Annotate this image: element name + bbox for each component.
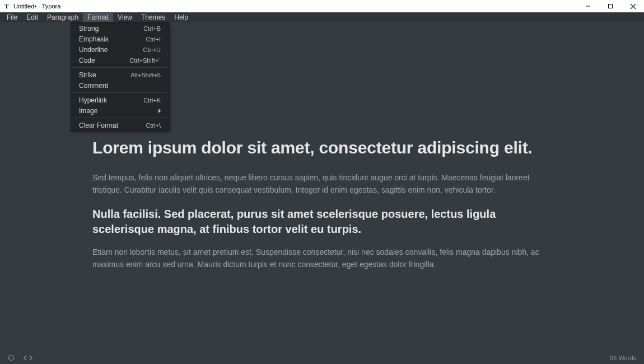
dropdown-item-code[interactable]: Code Ctrl+Shift+` [71,55,169,66]
titlebar: T Untitled• - Typora [0,0,644,12]
svg-point-4 [9,356,14,361]
dropdown-shortcut: Ctrl+I [146,36,161,43]
source-code-mode-icon[interactable] [24,354,32,361]
menu-format[interactable]: Format [83,13,113,22]
menu-view[interactable]: View [113,13,137,22]
statusbar-left [8,354,32,361]
dropdown-separator [72,67,167,68]
app-icon: T [3,3,10,10]
dropdown-item-image[interactable]: Image [71,105,169,116]
dropdown-shortcut: Ctrl+B [143,25,161,32]
dropdown-label: Clear Format [79,122,118,129]
dropdown-item-clear-format[interactable]: Clear Format Ctrl+\ [71,120,169,130]
dropdown-label: Code [79,57,95,64]
svg-rect-1 [609,4,613,8]
dropdown-item-emphasis[interactable]: Emphasis Ctrl+I [71,34,169,44]
menu-edit[interactable]: Edit [22,13,43,22]
dropdown-item-comment[interactable]: Comment [71,80,169,91]
dropdown-shortcut: Ctrl+Shift+` [129,57,161,64]
dropdown-label: Strike [79,71,96,79]
dropdown-label: Underline [79,46,108,54]
dropdown-label: Image [79,107,97,115]
menubar: File Edit Paragraph Format View Themes H… [0,12,644,22]
heading-2[interactable]: Nulla facilisi. Sed placerat, purus sit … [92,207,552,237]
chevron-right-icon [158,109,161,113]
statusbar: 96 Words [0,352,644,364]
dropdown-shortcut: Ctrl+U [143,46,161,53]
dropdown-item-underline[interactable]: Underline Ctrl+U [71,44,169,55]
dropdown-item-strong[interactable]: Strong Ctrl+B [71,23,169,34]
dropdown-item-strike[interactable]: Strike Alt+Shift+5 [71,69,169,80]
paragraph[interactable]: Sed tempus, felis non aliquet ultrices, … [92,171,552,197]
window-controls [577,0,644,12]
menu-paragraph[interactable]: Paragraph [43,13,83,22]
outline-toggle-icon[interactable] [8,354,15,361]
maximize-button[interactable] [599,0,622,12]
dropdown-shortcut: Ctrl+K [143,97,161,104]
window-title: Untitled• - Typora [13,3,60,10]
menu-help[interactable]: Help [170,13,193,22]
close-button[interactable] [622,0,644,12]
dropdown-shortcut: Ctrl+\ [146,122,161,129]
dropdown-label: Hyperlink [79,96,107,104]
heading-1[interactable]: Lorem ipsum dolor sit amet, consectetur … [92,134,552,161]
dropdown-separator [72,92,167,93]
menu-file[interactable]: File [2,13,22,22]
dropdown-label: Comment [79,82,108,90]
menu-themes[interactable]: Themes [137,13,170,22]
dropdown-label: Emphasis [79,35,109,43]
minimize-button[interactable] [577,0,599,12]
dropdown-separator [72,118,167,118]
dropdown-shortcut: Alt+Shift+5 [130,72,161,78]
format-dropdown: Strong Ctrl+B Emphasis Ctrl+I Underline … [71,22,169,131]
word-count[interactable]: 96 Words [610,354,636,361]
titlebar-left: T Untitled• - Typora [3,3,60,10]
dropdown-label: Strong [79,25,99,32]
paragraph[interactable]: Etiam non lobortis metus, sit amet preti… [92,246,552,271]
dropdown-item-hyperlink[interactable]: Hyperlink Ctrl+K [71,95,169,105]
